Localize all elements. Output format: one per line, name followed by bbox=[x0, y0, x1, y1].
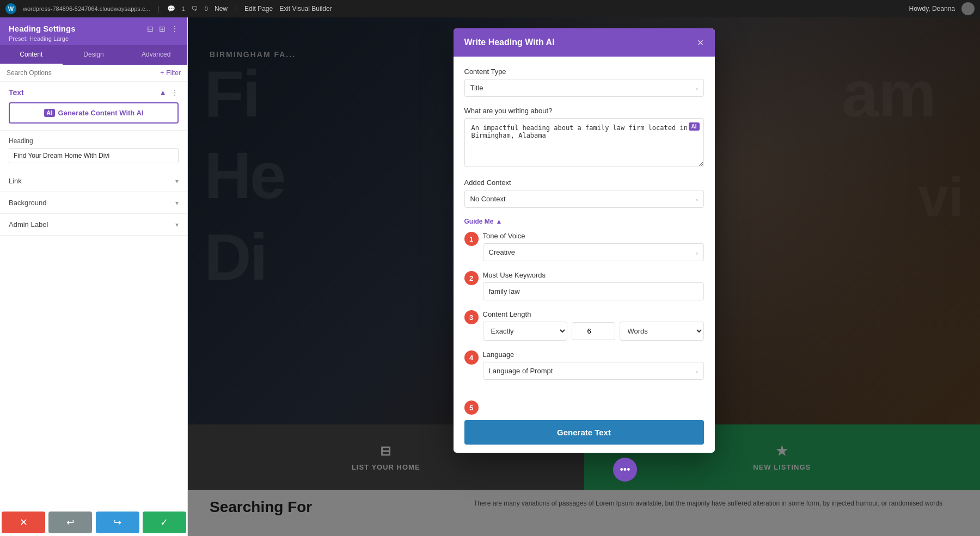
modal-title: Write Heading With AI bbox=[464, 38, 555, 47]
language-select[interactable]: Language of Prompt English Spanish Frenc… bbox=[483, 362, 704, 380]
tone-select-wrapper: Creative Professional Casual Formal Frie… bbox=[483, 243, 704, 261]
writing-about-textarea[interactable]: An impactful heading about a family law … bbox=[464, 118, 704, 167]
more-icon[interactable]: ⋮ bbox=[171, 24, 179, 33]
tab-content[interactable]: Content bbox=[0, 45, 63, 65]
left-sidebar: Heading Settings ⊟ ⊞ ⋮ Preset: Heading L… bbox=[0, 17, 188, 536]
keywords-label: Must Use Keywords bbox=[483, 271, 704, 279]
content-length-label: Content Length bbox=[483, 310, 704, 318]
link-section[interactable]: Link ▾ bbox=[0, 170, 187, 192]
copy-icon[interactable]: ⊟ bbox=[147, 24, 154, 33]
admin-label-text: Admin Label bbox=[9, 220, 48, 229]
step-2-badge: 2 bbox=[464, 271, 479, 285]
modal-header: Write Heading With AI × bbox=[454, 28, 715, 57]
generate-text-button[interactable]: Generate Text bbox=[464, 420, 704, 445]
content-type-group: Content Type Title Subtitle Heading bbox=[464, 67, 704, 97]
step-1-badge: 1 bbox=[464, 232, 479, 246]
writing-about-label: What are you writing about? bbox=[464, 107, 704, 115]
cancel-button[interactable]: ✕ bbox=[2, 512, 45, 533]
save-button[interactable]: ✓ bbox=[143, 512, 186, 533]
modal-body: Content Type Title Subtitle Heading What… bbox=[454, 57, 715, 401]
heading-label: Heading bbox=[9, 137, 179, 145]
exit-builder-link[interactable]: Exit Visual Builder bbox=[279, 5, 332, 13]
wp-logo-icon: W bbox=[5, 3, 16, 14]
length-type-select[interactable]: Exactly At least At most Around bbox=[483, 322, 567, 341]
step-4-content: Language Language of Prompt English Span… bbox=[483, 350, 704, 380]
modal-overlay: Write Heading With AI × Content Type Tit… bbox=[188, 17, 980, 536]
step-1-content: Tone of Voice Creative Professional Casu… bbox=[483, 232, 704, 261]
avatar bbox=[961, 2, 975, 15]
main-layout: Heading Settings ⊟ ⊞ ⋮ Preset: Heading L… bbox=[0, 17, 980, 536]
tone-select[interactable]: Creative Professional Casual Formal Frie… bbox=[483, 243, 704, 261]
sidebar-preset[interactable]: Preset: Heading Large bbox=[9, 35, 179, 42]
text-section-icons: ▲ ⋮ bbox=[159, 88, 179, 97]
text-section: Text ▲ ⋮ AI Generate Content With AI bbox=[0, 82, 187, 131]
writing-about-group: What are you writing about? An impactful… bbox=[464, 107, 704, 169]
step-2-row: 2 Must Use Keywords bbox=[464, 271, 704, 300]
edit-page-link[interactable]: Edit Page bbox=[244, 5, 273, 13]
added-context-label: Added Context bbox=[464, 178, 704, 187]
admin-label-section[interactable]: Admin Label ▾ bbox=[0, 214, 187, 236]
background-section[interactable]: Background ▾ bbox=[0, 192, 187, 214]
background-label: Background bbox=[9, 199, 46, 207]
admin-bar-right: Howdy, Deanna bbox=[909, 2, 975, 15]
admin-bar: W wordpress-784896-5247064.cloudwaysapps… bbox=[0, 0, 980, 17]
more-options-icon[interactable]: ⋮ bbox=[171, 88, 179, 97]
ai-modal: Write Heading With AI × Content Type Tit… bbox=[454, 28, 715, 453]
sidebar-header-icons: ⊟ ⊞ ⋮ bbox=[147, 24, 179, 33]
site-url[interactable]: wordpress-784896-5247064.cloudwaysapps.c… bbox=[23, 5, 150, 12]
language-label: Language bbox=[483, 350, 704, 359]
sidebar-title: Heading Settings bbox=[9, 24, 76, 33]
tone-label: Tone of Voice bbox=[483, 232, 704, 240]
ai-badge: AI bbox=[689, 122, 700, 131]
floating-action-button[interactable]: ••• bbox=[613, 458, 637, 482]
text-section-header[interactable]: Text ▲ ⋮ bbox=[9, 88, 179, 97]
added-context-select[interactable]: No Context Page Context Site Context bbox=[464, 190, 704, 208]
redo-button[interactable]: ↪ bbox=[96, 512, 139, 533]
guide-me-button[interactable]: Guide Me ▲ bbox=[464, 218, 503, 225]
grid-icon[interactable]: ⊞ bbox=[159, 24, 166, 33]
modal-close-button[interactable]: × bbox=[697, 37, 704, 48]
step-3-row: 3 Content Length Exactly At least At mos… bbox=[464, 310, 704, 341]
writing-about-textarea-wrapper: An impactful heading about a family law … bbox=[464, 118, 704, 169]
added-context-select-wrapper: No Context Page Context Site Context bbox=[464, 190, 704, 208]
user-greeting: Howdy, Deanna bbox=[909, 5, 955, 13]
keywords-input[interactable] bbox=[483, 282, 704, 300]
chevron-up-icon[interactable]: ▲ bbox=[159, 88, 167, 97]
chevron-down-icon: ▾ bbox=[175, 177, 179, 185]
new-button[interactable]: New bbox=[215, 5, 228, 13]
tab-advanced[interactable]: Advanced bbox=[125, 45, 187, 65]
ai-icon: AI bbox=[44, 109, 55, 117]
content-type-select-wrapper: Title Subtitle Heading bbox=[464, 79, 704, 97]
content-type-label: Content Type bbox=[464, 67, 704, 76]
chevron-down-icon-2: ▾ bbox=[175, 199, 179, 207]
step-2-content: Must Use Keywords bbox=[483, 271, 704, 300]
step-3-content: Content Length Exactly At least At most … bbox=[483, 310, 704, 341]
search-input[interactable] bbox=[7, 69, 156, 77]
generate-content-button[interactable]: AI Generate Content With AI bbox=[9, 102, 179, 124]
link-label: Link bbox=[9, 177, 22, 185]
tab-design[interactable]: Design bbox=[63, 45, 125, 65]
comment-count: 1 bbox=[182, 5, 185, 12]
undo-button[interactable]: ↩ bbox=[48, 512, 92, 533]
filter-button[interactable]: + + Filter Filter bbox=[160, 69, 181, 77]
notification-icon: 🗨 bbox=[192, 5, 198, 13]
step-3-badge: 3 bbox=[464, 310, 479, 324]
guide-me-label: Guide Me bbox=[464, 218, 494, 225]
ellipsis-icon: ••• bbox=[620, 464, 630, 476]
added-context-group: Added Context No Context Page Context Si… bbox=[464, 178, 704, 208]
notification-count: 0 bbox=[205, 5, 208, 12]
text-section-title: Text bbox=[9, 88, 24, 97]
search-row: + + Filter Filter bbox=[0, 65, 187, 82]
length-number-input[interactable] bbox=[572, 322, 615, 340]
content-type-select[interactable]: Title Subtitle Heading bbox=[464, 79, 704, 97]
step-1-row: 1 Tone of Voice Creative Professional Ca… bbox=[464, 232, 704, 261]
step-5-badge: 5 bbox=[464, 401, 479, 415]
heading-section: Heading bbox=[0, 131, 187, 170]
length-unit-select[interactable]: Words Sentences Paragraphs bbox=[620, 322, 704, 341]
modal-footer: 5 Generate Text bbox=[454, 401, 715, 453]
heading-input[interactable] bbox=[9, 148, 179, 163]
bottom-bar: ✕ ↩ ↪ ✓ bbox=[0, 509, 188, 536]
step-4-badge: 4 bbox=[464, 350, 479, 365]
content-length-controls: Exactly At least At most Around Words Se… bbox=[483, 322, 704, 341]
step-4-row: 4 Language Language of Prompt English Sp… bbox=[464, 350, 704, 380]
